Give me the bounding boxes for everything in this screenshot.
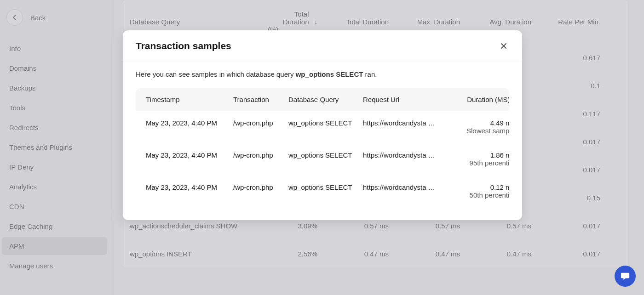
back-label: Back [30, 14, 46, 22]
table-cell: 0.017 [539, 240, 608, 268]
modal-intro: Here you can see samples in which databa… [136, 70, 509, 78]
table-cell: 0.15 [539, 184, 608, 212]
modal-body: Here you can see samples in which databa… [123, 60, 522, 220]
table-cell: 0.1 [539, 72, 608, 100]
table-cell: 0.017 [539, 156, 608, 184]
cell-transaction: /wp-cron.php [233, 119, 288, 135]
sidebar-item-backups[interactable]: Backups [2, 79, 107, 97]
sidebar-item-info[interactable]: Info [2, 40, 107, 57]
header-duration-label: Duration (MS) [467, 96, 509, 103]
close-button[interactable] [498, 40, 509, 51]
sample-row[interactable]: May 23, 2023, 4:40 PM/wp-cron.phpwp_opti… [136, 143, 509, 175]
page-root: Back InfoDomainsBackupsToolsRedirectsThe… [0, 0, 644, 295]
chat-widget[interactable] [615, 266, 636, 287]
cell-request-url: https://wordcandysta … [363, 119, 450, 135]
modal-title: Transaction samples [136, 40, 231, 51]
header-database-query[interactable]: Database Query [288, 96, 363, 103]
column-header[interactable]: Rate Per Min. [539, 0, 608, 44]
sidebar-item-ip-deny[interactable]: IP Deny [2, 158, 107, 176]
intro-query: wp_options SELECT [296, 70, 363, 78]
table-cell: 0.47 ms [467, 240, 539, 268]
sample-rows: May 23, 2023, 4:40 PM/wp-cron.phpwp_opti… [136, 111, 509, 207]
header-transaction[interactable]: Transaction [233, 96, 288, 103]
sample-table-header: Timestamp Transaction Database Query Req… [136, 88, 509, 111]
cell-request-url: https://wordcandysta … [363, 151, 450, 167]
sidebar-item-analytics[interactable]: Analytics [2, 178, 107, 196]
sample-row[interactable]: May 23, 2023, 4:40 PM/wp-cron.phpwp_opti… [136, 111, 509, 143]
chat-icon [620, 271, 630, 281]
table-cell: 2.56% [260, 240, 325, 268]
sidebar-item-domains[interactable]: Domains [2, 59, 107, 77]
sample-row[interactable]: May 23, 2023, 4:40 PM/wp-cron.phpwp_opti… [136, 175, 509, 207]
sidebar-item-tools[interactable]: Tools [2, 99, 107, 117]
sidebar-item-edge-caching[interactable]: Edge Caching [2, 217, 107, 235]
sidebar-item-themes-and-plugins[interactable]: Themes and Plugins [2, 138, 107, 156]
close-icon [500, 43, 507, 49]
cell-transaction: /wp-cron.php [233, 151, 288, 167]
back-row: Back [2, 4, 107, 31]
sidebar-item-manage-users[interactable]: Manage users [2, 257, 107, 275]
table-cell: 0.117 [539, 100, 608, 128]
transaction-samples-modal: Transaction samples Here you can see sam… [123, 30, 522, 220]
arrow-left-icon [11, 14, 18, 21]
sidebar: Back InfoDomainsBackupsToolsRedirectsThe… [0, 0, 113, 295]
intro-post: ran. [363, 70, 377, 78]
sidebar-item-cdn[interactable]: CDN [2, 198, 107, 216]
cell-timestamp: May 23, 2023, 4:40 PM [146, 119, 233, 135]
sample-table: Timestamp Transaction Database Query Req… [136, 88, 509, 207]
cell-database-query: wp_options SELECT [288, 151, 363, 167]
table-cell: wp_options INSERT [122, 240, 260, 268]
back-button[interactable] [6, 9, 23, 26]
header-timestamp[interactable]: Timestamp [146, 96, 233, 103]
cell-database-query: wp_options SELECT [288, 119, 363, 135]
table-cell: 0.47 ms [325, 240, 396, 268]
header-request-url[interactable]: Request Url [363, 96, 450, 103]
cell-duration: 4.49 msSlowest sample [450, 119, 509, 135]
cell-duration: 0.12 ms50th percentile [450, 183, 509, 199]
table-cell: 0.47 ms [396, 240, 467, 268]
cell-timestamp: May 23, 2023, 4:40 PM [146, 151, 233, 167]
cell-database-query: wp_options SELECT [288, 183, 363, 199]
header-duration[interactable]: Duration (MS) ↓ [450, 96, 509, 103]
sidebar-item-apm[interactable]: APM [2, 237, 107, 255]
nav-list: InfoDomainsBackupsToolsRedirectsThemes a… [2, 40, 107, 275]
cell-duration: 1.86 ms95th percentile [450, 151, 509, 167]
sidebar-item-redirects[interactable]: Redirects [2, 119, 107, 136]
table-cell: 0.017 [539, 212, 608, 240]
cell-timestamp: May 23, 2023, 4:40 PM [146, 183, 233, 199]
intro-pre: Here you can see samples in which databa… [136, 70, 296, 78]
table-cell: 0.617 [539, 44, 608, 72]
cell-transaction: /wp-cron.php [233, 183, 288, 199]
modal-header: Transaction samples [123, 30, 522, 60]
cell-request-url: https://wordcandysta … [363, 183, 450, 199]
sort-desc-icon: ↓ [315, 18, 318, 25]
table-cell: 0.017 [539, 128, 608, 156]
